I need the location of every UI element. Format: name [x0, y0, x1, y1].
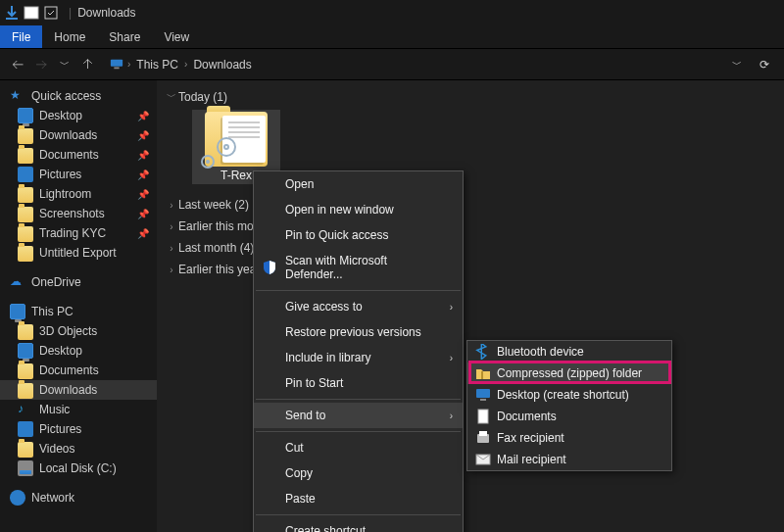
ctx-scan-defender[interactable]: Scan with Microsoft Defender...: [254, 248, 463, 287]
ctx-pin-quickaccess[interactable]: Pin to Quick access: [254, 222, 463, 248]
sidebar-item[interactable]: Videos: [0, 439, 157, 459]
sidebar-item[interactable]: Desktop📌: [0, 106, 157, 125]
menu-label: Restore previous versions: [285, 325, 421, 339]
sidebar-thispc[interactable]: This PC: [0, 302, 157, 321]
svg-rect-7: [478, 410, 488, 423]
bluetooth-icon: [475, 344, 491, 360]
group-label: Last week (2): [178, 198, 249, 212]
monitor-icon: [18, 108, 33, 123]
ctx-open[interactable]: Open: [254, 171, 463, 197]
ctx-cut[interactable]: Cut: [254, 435, 463, 460]
sidebar-item-label: Desktop: [39, 344, 82, 358]
sidebar-item[interactable]: Documents📌: [0, 145, 157, 165]
sidebar-network[interactable]: Network: [0, 488, 157, 508]
ctx-send-to[interactable]: Send to›: [254, 403, 463, 428]
recent-dropdown[interactable]: ﹀: [53, 53, 76, 76]
menu-separator: [256, 399, 461, 400]
refresh-button[interactable]: ⟳: [751, 58, 778, 72]
ctx-paste[interactable]: Paste: [254, 486, 463, 511]
sidebar-item[interactable]: Desktop: [0, 341, 157, 361]
menu-label: Mail recipient: [497, 453, 566, 466]
sidebar-item-label: Videos: [39, 442, 74, 456]
sidebar-item[interactable]: Documents: [0, 361, 157, 380]
svg-rect-1: [45, 7, 57, 19]
tab-home[interactable]: Home: [42, 25, 97, 48]
sidebar-item-downloads[interactable]: Downloads: [0, 380, 157, 400]
sendto-bluetooth[interactable]: Bluetooth device: [467, 341, 671, 363]
svg-rect-4: [481, 371, 483, 379]
back-button[interactable]: 🡠: [6, 53, 29, 76]
sidebar-item-label: 3D Objects: [39, 324, 97, 338]
monitor-icon: [18, 343, 33, 359]
sendto-compressed-folder[interactable]: Compressed (zipped) folder: [467, 363, 671, 384]
sidebar-item[interactable]: Pictures📌: [0, 165, 157, 184]
context-menu: Open Open in new window Pin to Quick acc…: [253, 170, 464, 532]
pin-icon: 📌: [137, 228, 149, 239]
ctx-restore-versions[interactable]: Restore previous versions: [254, 319, 463, 345]
sendto-documents[interactable]: Documents: [467, 406, 671, 427]
menu-label: Compressed (zipped) folder: [497, 366, 642, 380]
ctx-pin-start[interactable]: Pin to Start: [254, 370, 463, 396]
sidebar-item[interactable]: 3D Objects: [0, 321, 157, 341]
sidebar-item-label: Lightroom: [39, 187, 91, 201]
forward-button[interactable]: 🡢: [29, 53, 53, 76]
chevron-right-icon: ›: [165, 221, 178, 232]
menu-label: Pin to Start: [285, 376, 343, 390]
sidebar-item-label: Downloads: [39, 128, 97, 142]
ctx-create-shortcut[interactable]: Create shortcut: [254, 518, 463, 532]
properties-quick-icon[interactable]: [43, 5, 59, 21]
drive-icon: [18, 460, 33, 476]
sidebar-item[interactable]: Local Disk (C:): [0, 459, 157, 478]
window-title: Downloads: [77, 6, 135, 20]
menu-label: Create shortcut: [285, 524, 366, 532]
sidebar-quickaccess[interactable]: ★Quick access: [0, 86, 157, 106]
tab-view[interactable]: View: [152, 25, 201, 48]
new-folder-quick-icon[interactable]: [24, 5, 39, 21]
menu-label: Pin to Quick access: [285, 228, 388, 242]
folder-icon: [18, 207, 33, 222]
sidebar-item[interactable]: Downloads📌: [0, 125, 157, 145]
breadcrumb-thispc[interactable]: This PC: [132, 58, 182, 72]
sidebar-item[interactable]: Lightroom📌: [0, 184, 157, 204]
group-header-today[interactable]: ﹀Today (1): [165, 88, 784, 106]
network-icon: [10, 490, 25, 506]
sidebar-item[interactable]: Trading KYC📌: [0, 223, 157, 243]
ctx-give-access[interactable]: Give access to›: [254, 294, 463, 319]
tab-share[interactable]: Share: [97, 25, 152, 48]
file-label: T-Rex: [220, 169, 252, 182]
menu-label: Give access to: [285, 300, 363, 314]
chevron-right-icon: ›: [450, 411, 453, 421]
tab-file[interactable]: File: [0, 25, 42, 48]
address-dropdown[interactable]: ﹀: [723, 58, 751, 72]
sendto-desktop-shortcut[interactable]: Desktop (create shortcut): [467, 384, 671, 406]
chevron-right-icon: ›: [125, 59, 132, 70]
sidebar-item[interactable]: Untitled Export: [0, 243, 157, 263]
menu-label: Scan with Microsoft Defender...: [285, 254, 387, 281]
sidebar-item-label: Desktop: [39, 109, 82, 122]
folder-icon: [18, 324, 33, 340]
svg-rect-2: [111, 59, 122, 66]
defender-icon: [262, 260, 277, 275]
ctx-include-library[interactable]: Include in library›: [254, 345, 463, 370]
sendto-mail[interactable]: Mail recipient: [467, 449, 671, 470]
zip-folder-icon: [475, 365, 491, 381]
pc-icon: [10, 304, 25, 319]
menu-label: Copy: [285, 466, 313, 480]
chevron-right-icon: ›: [165, 265, 178, 275]
sidebar-item[interactable]: Pictures: [0, 419, 157, 439]
sidebar-onedrive[interactable]: ☁OneDrive: [0, 272, 157, 292]
sidebar-item[interactable]: ♪Music: [0, 400, 157, 419]
star-icon: ★: [10, 88, 25, 104]
ctx-open-new-window[interactable]: Open in new window: [254, 197, 463, 222]
menu-label: Desktop (create shortcut): [497, 388, 629, 402]
sendto-fax[interactable]: Fax recipient: [467, 427, 671, 449]
chevron-right-icon: ›: [165, 243, 178, 254]
breadcrumb-downloads[interactable]: Downloads: [189, 58, 255, 72]
ctx-copy[interactable]: Copy: [254, 460, 463, 486]
address-bar[interactable]: › This PC › Downloads: [108, 57, 715, 73]
sidebar-item-label: Untitled Export: [39, 246, 117, 260]
sidebar-item-label: This PC: [31, 305, 74, 318]
menu-label: Send to: [285, 409, 325, 422]
sidebar-item[interactable]: Screenshots📌: [0, 204, 157, 223]
up-button[interactable]: 🡡: [76, 53, 100, 76]
